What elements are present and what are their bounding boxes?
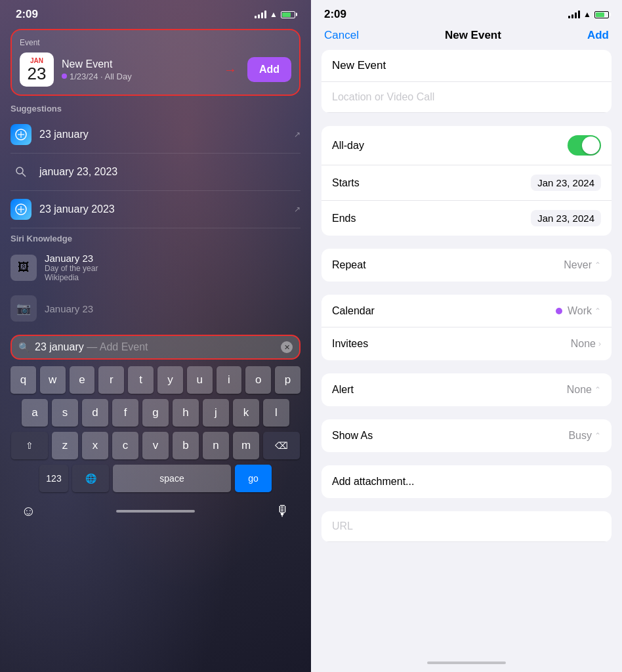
key-v[interactable]: v (142, 432, 169, 459)
search-icon-bar: 🔍 (18, 342, 30, 352)
event-card: JAN 23 New Event 1/23/24 · All Day → Add (20, 52, 291, 87)
key-h[interactable]: h (173, 399, 199, 427)
keyboard-row-4: 123 🌐 space go (10, 465, 301, 492)
key-q[interactable]: q (10, 366, 36, 394)
key-w[interactable]: w (40, 366, 66, 394)
key-z[interactable]: z (52, 432, 78, 459)
key-o[interactable]: o (245, 366, 271, 394)
right-wifi-icon: ▲ (583, 10, 591, 19)
key-emoji[interactable]: 🌐 (72, 465, 109, 492)
search-hint: — Add Event (87, 341, 148, 352)
key-r[interactable]: r (98, 366, 124, 394)
event-dot (62, 74, 67, 79)
key-e[interactable]: e (70, 366, 95, 394)
key-123[interactable]: 123 (39, 465, 68, 492)
repeat-row[interactable]: Repeat Never ⌃ (321, 249, 612, 282)
right-battery-icon (594, 11, 609, 18)
repeat-text: Never (564, 259, 592, 271)
home-indicator-left (116, 510, 195, 513)
safari-icon-1 (10, 124, 31, 145)
repeat-chevron-icon: ⌃ (594, 261, 601, 270)
key-shift[interactable]: ⇧ (11, 432, 48, 459)
key-p[interactable]: p (275, 366, 301, 394)
key-k[interactable]: k (233, 399, 259, 427)
left-time: 2:09 (16, 8, 38, 21)
key-l[interactable]: l (263, 399, 289, 427)
key-m[interactable]: m (233, 432, 259, 459)
location-input[interactable]: Location or Video Call (332, 91, 601, 103)
cancel-button[interactable]: Cancel (324, 29, 359, 42)
location-row[interactable]: Location or Video Call (321, 82, 612, 113)
key-go[interactable]: go (235, 465, 272, 492)
suggestions-label: Suggestions (10, 104, 301, 114)
right-signal-icon (568, 10, 580, 18)
key-n[interactable]: n (203, 432, 229, 459)
emoji-icon[interactable]: ☺ (21, 503, 35, 520)
ends-label: Ends (332, 213, 531, 224)
toggle-knob (582, 136, 600, 154)
repeat-section: Repeat Never ⌃ (321, 249, 612, 282)
key-t[interactable]: t (128, 366, 154, 394)
suggestion-text-2: january 23, 2023 (39, 166, 301, 178)
url-section: URL (321, 511, 612, 542)
starts-label: Starts (332, 177, 531, 189)
alert-row[interactable]: Alert None ⌃ (321, 373, 612, 406)
allday-row[interactable]: All-day (321, 126, 612, 165)
showas-row[interactable]: Show As Busy ⌃ (321, 419, 612, 452)
suggestion-item-1[interactable]: 23 january ↗ (10, 116, 301, 154)
add-button-right[interactable]: Add (587, 29, 609, 42)
keyboard: q w e r t y u i o p a s d f g h j k l (10, 366, 301, 492)
key-y[interactable]: y (157, 366, 183, 394)
starts-row[interactable]: Starts Jan 23, 2024 (321, 165, 612, 201)
key-j[interactable]: j (203, 399, 229, 427)
allday-toggle[interactable] (568, 135, 601, 156)
suggestion-text-1: 23 january (39, 129, 286, 140)
key-d[interactable]: d (82, 399, 108, 427)
event-name-row[interactable]: New Event (321, 50, 612, 82)
ends-value: Jan 23, 2024 (531, 210, 601, 226)
invitees-chevron-icon: › (598, 339, 601, 348)
key-backspace[interactable]: ⌫ (263, 432, 300, 459)
add-event-button[interactable]: Add (247, 57, 291, 82)
key-u[interactable]: u (187, 366, 213, 394)
partial-title: January 23 (45, 303, 93, 314)
allday-label: All-day (332, 140, 568, 152)
url-input[interactable]: URL (332, 520, 601, 532)
nav-title: New Event (445, 29, 501, 42)
key-a[interactable]: a (22, 399, 48, 427)
key-space[interactable]: space (113, 465, 231, 492)
key-g[interactable]: g (142, 399, 169, 427)
showas-text: Busy (568, 430, 592, 442)
key-i[interactable]: i (217, 366, 242, 394)
suggestion-item-3[interactable]: 23 january 2023 ↗ (10, 191, 301, 228)
invitees-row[interactable]: Invitees None › (321, 327, 612, 360)
suggestion-item-2[interactable]: january 23, 2023 (10, 154, 301, 191)
siri-sub2: Wikipedia (45, 273, 301, 282)
form-scroll: New Event Location or Video Call All-day… (311, 50, 622, 656)
wifi-icon: ▲ (270, 10, 278, 19)
calendar-dot (556, 308, 562, 314)
calendar-row[interactable]: Calendar Work ⌃ (321, 295, 612, 327)
siri-knowledge-label: Siri Knowledge (10, 234, 301, 243)
key-s[interactable]: s (52, 399, 78, 427)
search-bar[interactable]: 🔍 23 january — Add Event ✕ (10, 335, 301, 360)
event-name-input[interactable]: New Event (332, 59, 601, 72)
siri-item[interactable]: 🖼 January 23 Day of the year Wikipedia (10, 246, 301, 289)
keyboard-row-3: ⇧ z x c v b n m ⌫ (10, 432, 301, 459)
starts-date[interactable]: Jan 23, 2024 (531, 175, 601, 191)
safari-icon-3 (10, 199, 31, 220)
ends-date[interactable]: Jan 23, 2024 (531, 210, 601, 226)
ends-row[interactable]: Ends Jan 23, 2024 (321, 201, 612, 236)
calendar-text: Work (568, 305, 592, 317)
key-x[interactable]: x (82, 432, 108, 459)
alert-label: Alert (332, 384, 567, 396)
mic-icon[interactable]: 🎙 (276, 503, 290, 520)
invitees-label: Invitees (332, 338, 571, 350)
cal-day: 23 (28, 65, 47, 82)
key-c[interactable]: c (112, 432, 138, 459)
url-row[interactable]: URL (321, 511, 612, 542)
clear-search-button[interactable]: ✕ (281, 341, 293, 353)
key-b[interactable]: b (173, 432, 199, 459)
attachment-row[interactable]: Add attachment... (321, 465, 612, 498)
key-f[interactable]: f (112, 399, 138, 427)
